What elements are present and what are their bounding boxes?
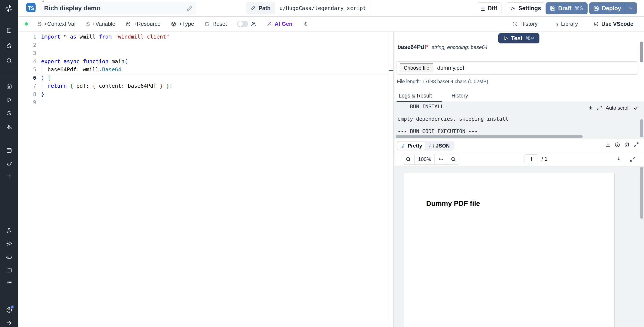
star-icon[interactable] [6, 42, 13, 49]
route-icon[interactable] [6, 160, 13, 168]
script-path[interactable]: Path u/HugoCasa/legendary_script [246, 2, 371, 14]
line-number: 3 [18, 49, 36, 58]
logs-vertical-scrollbar[interactable] [640, 119, 643, 137]
info-icon[interactable] [614, 142, 620, 148]
download-logs-icon[interactable] [588, 106, 593, 111]
code-line[interactable]: 2 [18, 41, 393, 50]
copy-clipboard-icon[interactable] [624, 142, 630, 148]
pretty-view-tab[interactable]: Pretty [397, 142, 426, 150]
code-line[interactable]: 8} [18, 90, 393, 98]
result-tabs: Logs & Result History [394, 90, 644, 102]
code-text [36, 41, 41, 50]
play-icon[interactable] [6, 96, 13, 104]
code-line[interactable]: 7 return { pdf: { content: base64Pdf } }… [18, 82, 393, 90]
result-view-segmented-control: Pretty { } JSON [396, 141, 454, 150]
line-number: 8 [18, 90, 36, 98]
indent-guide [42, 64, 42, 88]
code-text: export async function main( [36, 58, 128, 66]
argument-name: base64Pdf [398, 44, 426, 50]
settings-button[interactable]: Settings [506, 2, 546, 14]
add-resource-button[interactable]: +Resource [126, 21, 160, 27]
typescript-badge-label: TS [28, 5, 34, 11]
pdf-vertical-scrollbar[interactable] [640, 167, 643, 219]
save-draft-button[interactable]: Draft ⌘S [546, 2, 588, 14]
script-settings-button[interactable] [302, 21, 308, 27]
tab-history[interactable]: History [452, 92, 468, 99]
pdf-toolbar: 100% / 1 [394, 153, 644, 166]
expand-result-icon[interactable] [633, 142, 639, 148]
code-line[interactable]: 9 [18, 98, 393, 107]
zoom-in-icon [451, 156, 456, 162]
calendar-icon[interactable] [6, 147, 13, 154]
editor-overview-ruler[interactable] [388, 32, 393, 327]
page-number-input[interactable] [524, 154, 538, 164]
dollar-icon[interactable]: $ [6, 110, 13, 117]
code-line[interactable]: 6) { [18, 74, 393, 82]
ai-gen-button[interactable]: AI Gen [266, 21, 292, 27]
zoom-out-button[interactable] [402, 154, 415, 164]
home-icon[interactable] [6, 82, 13, 90]
tab-logs-and-result[interactable]: Logs & Result [399, 92, 432, 99]
code-line[interactable]: 1import * as wmill from "windmill-client… [18, 33, 393, 41]
fullscreen-pdf-icon[interactable] [630, 156, 636, 162]
building-icon[interactable] [6, 27, 13, 34]
typescript-badge: TS [26, 3, 36, 12]
deploy-button[interactable]: Deploy [589, 2, 637, 14]
logs-area[interactable]: --- BUN INSTALL --- empty dependencies, … [394, 102, 644, 138]
check-icon[interactable] [633, 106, 638, 111]
json-view-tab[interactable]: { } JSON [426, 143, 453, 149]
argument-type-hint: string, encoding: base64 [432, 44, 488, 50]
robot-icon[interactable] [6, 253, 13, 260]
toolbar-right-group: History Library Use VScode [512, 21, 633, 27]
search-icon[interactable] [6, 57, 13, 64]
code-line[interactable]: 4export async function main( [18, 58, 393, 66]
panel-vertical-scrollbar[interactable] [640, 42, 643, 62]
zoom-in-button[interactable] [447, 154, 460, 164]
add-context-var-button[interactable]: $ +Context Var [38, 21, 76, 28]
top-header: TS Rich display demo Path u/HugoCasa/leg… [18, 0, 644, 16]
logs-horizontal-scrollbar[interactable] [396, 135, 583, 138]
edit-title-pencil-icon[interactable] [186, 5, 193, 12]
draft-label: Draft [558, 5, 572, 12]
add-type-button[interactable]: +Type [171, 21, 194, 27]
code-editor[interactable]: 1import * as wmill from "windmill-client… [18, 32, 393, 327]
history-button[interactable]: History [512, 21, 538, 27]
download-result-icon[interactable] [605, 142, 611, 148]
plus-icon[interactable] [6, 172, 13, 180]
code-text: } [36, 90, 44, 98]
json-label: JSON [436, 143, 450, 149]
use-vscode-label: Use VScode [602, 21, 633, 27]
gear-icon[interactable] [6, 240, 13, 247]
horizontal-arrows-icon [438, 156, 444, 162]
windmill-logo[interactable] [4, 4, 14, 14]
user-icon[interactable] [6, 227, 13, 234]
cubes-icon[interactable] [6, 124, 13, 131]
library-button[interactable]: Library [553, 21, 578, 27]
code-line[interactable]: 3 [18, 49, 393, 58]
code-text: import * as wmill from "windmill-client" [36, 33, 169, 41]
expand-logs-icon[interactable] [597, 106, 602, 111]
file-input[interactable]: Choose file dummy.pdf [396, 61, 638, 74]
use-vscode-button[interactable]: Use VScode [593, 21, 633, 27]
pencil-icon [250, 6, 256, 11]
reset-button[interactable]: Reset [204, 21, 227, 27]
folder-icon[interactable] [6, 266, 13, 274]
sidebar: $ [0, 0, 18, 327]
diff-mode-toggle[interactable] [237, 21, 256, 27]
help-icon[interactable] [6, 306, 13, 314]
code-line[interactable]: 5 base64Pdf: wmill.Base64 [18, 66, 393, 74]
diff-button[interactable]: ± Diff [476, 2, 502, 14]
choose-file-button[interactable]: Choose file [400, 64, 434, 72]
pdf-viewer[interactable]: Dummy PDF file [394, 166, 644, 327]
script-title-field[interactable]: Rich display demo [40, 2, 196, 14]
add-variable-button[interactable]: $ +Variable [86, 21, 115, 28]
fit-width-button[interactable] [435, 154, 447, 164]
arrow-right-icon[interactable] [6, 319, 13, 326]
toggle-switch[interactable] [237, 21, 248, 27]
library-icon [553, 21, 558, 27]
page-total: / 1 [542, 156, 548, 162]
download-pdf-icon[interactable] [616, 156, 622, 162]
list-icon[interactable] [6, 279, 13, 286]
test-run-button[interactable]: Test ⌘↵ [498, 33, 540, 44]
deploy-dropdown-toggle[interactable] [624, 2, 637, 14]
